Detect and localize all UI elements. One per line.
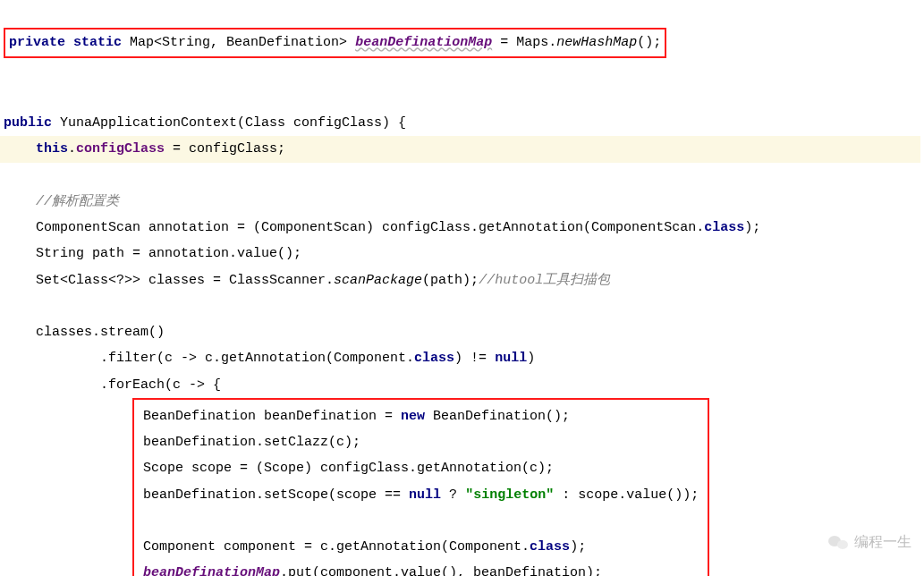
keyword-this: this [36,141,68,157]
keyword-public: public [4,115,52,131]
line-foreach: .forEach(c -> { [100,377,221,393]
keyword-private: private [9,35,65,50]
string-singleton: "singleton" [465,487,554,503]
line-componentscan: ComponentScan annotation = (ComponentSca… [36,220,704,235]
field-beanDefinationMap-use: beanDefinationMap [143,565,280,576]
watermark-text: 编程一生 [854,528,911,555]
watermark: 编程一生 [827,528,911,555]
line-scan: Set<Class<?>> classes = ClassScanner. [36,273,334,288]
svg-point-1 [837,540,848,549]
type-map: Map<String, BeanDefination> [130,35,347,50]
comment-hutool: //hutool工具扫描包 [479,273,610,288]
call-newHashMap: newHashMap [556,35,637,50]
line-stream: classes.stream() [36,325,165,340]
line-path: String path = annotation.value(); [36,246,301,261]
field-beanDefinationMap: beanDefinationMap [355,35,492,50]
highlight-box-2: BeanDefination beanDefination = new Bean… [132,398,709,576]
field-configClass: configClass [76,141,165,157]
constructor-signature: YunaApplicationContext(Class configClass… [52,115,406,131]
wechat-icon [827,533,849,551]
line-filter: .filter(c -> c.getAnnotation(Component. [100,351,414,366]
line-setclazz: beanDefination.setClazz(c); [143,435,360,450]
comment-parse-config: //解析配置类 [36,194,119,209]
keyword-static: static [73,35,122,50]
highlighted-line: this.configClass = configClass; [0,136,920,162]
line-scope: Scope scope = (Scope) configClass.getAnn… [143,461,554,476]
highlight-box-1: private static Map<String, BeanDefinatio… [4,28,666,57]
code-block: private static Map<String, BeanDefinatio… [0,0,924,576]
